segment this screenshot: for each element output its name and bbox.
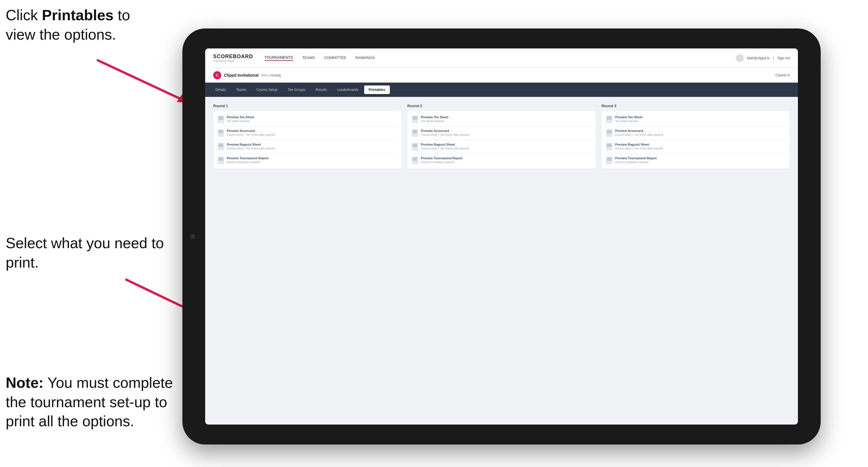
tee-sheet-text-r2: Preview Tee Sheet Tee Sheet required — [421, 115, 448, 123]
round-3-title: Round 3 — [601, 104, 790, 108]
top-nav: SCOREBOARD Powered by clippd TOURNAMENTS… — [205, 49, 798, 68]
main-content: Round 1 Preview Tee Sheet Tee Sheet requ… — [205, 97, 798, 425]
annotation-top-text1: Click — [6, 7, 42, 23]
scorecard-icon-r3 — [606, 129, 612, 137]
rounds-grid: Round 1 Preview Tee Sheet Tee Sheet requ… — [213, 104, 790, 169]
tee-sheet-label-r1: Preview Tee Sheet — [227, 115, 254, 119]
round-1-card: Preview Tee Sheet Tee Sheet required Pre… — [213, 111, 402, 169]
report-sub-r1: Round Completion required — [227, 160, 269, 163]
raguzzi-label-r1: Preview Raguzzi Sheet — [227, 143, 275, 146]
logo-area: SCOREBOARD Powered by clippd — [213, 54, 253, 62]
round-2-raguzzi[interactable]: Preview Raguzzi Sheet Course setup + Tee… — [412, 140, 591, 154]
report-label-r1: Preview Tournament Report — [227, 156, 269, 160]
nav-link-teams[interactable]: TEAMS — [302, 56, 315, 60]
svg-line-2 — [125, 279, 191, 311]
tab-teams[interactable]: Teams — [232, 86, 251, 94]
top-nav-right: blair@clippd.io | Sign out — [736, 54, 790, 62]
annotation-top: Click Printables toview the options. — [6, 6, 171, 44]
tab-printables[interactable]: Printables — [364, 86, 390, 94]
tab-results[interactable]: Results — [311, 86, 332, 94]
tee-sheet-text-r1: Preview Tee Sheet Tee Sheet required — [227, 115, 254, 123]
annotation-top-bold: Printables — [42, 7, 114, 23]
tee-sheet-label-r3: Preview Tee Sheet — [615, 115, 643, 119]
tournament-tag: (Men) — [261, 73, 269, 77]
round-1-title: Round 1 — [213, 104, 402, 108]
round-3-scorecard[interactable]: Preview Scorecard Course setup + Tee She… — [606, 126, 785, 140]
round-1-tournament-report[interactable]: Preview Tournament Report Round Completi… — [218, 154, 397, 164]
raguzzi-sub-r1: Course setup + Tee Sheet data required — [227, 147, 275, 150]
top-nav-links: TOURNAMENTS TEAMS COMMITTEE RANKINGS — [265, 55, 736, 61]
report-icon-r2 — [412, 157, 418, 164]
logo-title: SCOREBOARD — [213, 54, 253, 60]
tab-leaderboards[interactable]: Leaderboards — [333, 86, 363, 94]
round-3-section: Round 3 Preview Tee Sheet Tee Sheet requ… — [601, 104, 790, 169]
report-icon-r3 — [606, 157, 612, 164]
round-2-section: Round 2 Preview Tee Sheet Tee Sheet requ… — [407, 104, 596, 169]
round-3-tournament-report[interactable]: Preview Tournament Report Round Completi… — [606, 154, 785, 164]
cancel-button[interactable]: Cancel ✕ — [775, 73, 790, 77]
tee-sheet-sub-r1: Tee Sheet required — [227, 119, 254, 123]
report-label-r3: Preview Tournament Report — [615, 156, 657, 160]
round-1-scorecard[interactable]: Preview Scorecard Course setup + Tee She… — [218, 126, 397, 140]
tee-sheet-icon-r1 — [218, 116, 224, 123]
svg-line-0 — [97, 60, 182, 100]
tee-sheet-sub-r3: Tee Sheet required — [615, 119, 643, 123]
round-2-card: Preview Tee Sheet Tee Sheet required Pre… — [407, 111, 596, 169]
round-2-title: Round 2 — [407, 104, 596, 108]
round-2-tee-sheet[interactable]: Preview Tee Sheet Tee Sheet required — [412, 115, 591, 126]
tablet-screen: SCOREBOARD Powered by clippd TOURNAMENTS… — [205, 49, 798, 425]
scorecard-text-r2: Preview Scorecard Course setup + Tee She… — [421, 129, 469, 136]
report-icon-r1 — [218, 157, 224, 164]
tab-details[interactable]: Details — [211, 86, 230, 94]
tee-sheet-icon-r3 — [606, 116, 612, 123]
annotation-bottom: Note: You must complete the tournament s… — [6, 373, 177, 431]
scorecard-label-r1: Preview Scorecard — [227, 129, 275, 132]
sign-out-separator: | — [773, 56, 774, 60]
nav-link-tournaments[interactable]: TOURNAMENTS — [265, 55, 293, 61]
scorecard-icon-r2 — [412, 129, 418, 137]
user-avatar — [736, 54, 744, 62]
nav-link-rankings[interactable]: RANKINGS — [355, 56, 375, 60]
annotation-mid-text: Select what you need to print. — [6, 235, 164, 271]
raguzzi-icon-r1 — [218, 143, 224, 150]
tee-sheet-sub-r2: Tee Sheet required — [421, 119, 448, 123]
tournament-logo: C — [213, 71, 221, 79]
tab-tee-groups[interactable]: Tee Groups — [283, 86, 310, 94]
report-text-r2: Preview Tournament Report Round Completi… — [421, 156, 463, 163]
nav-link-committee[interactable]: COMMITTEE — [324, 56, 346, 60]
scorecard-sub-r1: Course setup + Tee Sheet data required — [227, 133, 275, 136]
round-2-tournament-report[interactable]: Preview Tournament Report Round Completi… — [412, 154, 591, 164]
logo-sub: Powered by clippd — [213, 60, 253, 62]
tab-course-setup[interactable]: Course Setup — [252, 86, 282, 94]
report-text-r1: Preview Tournament Report Round Completi… — [227, 156, 269, 163]
tee-sheet-text-r3: Preview Tee Sheet Tee Sheet required — [615, 115, 643, 123]
sign-out-link[interactable]: Sign out — [777, 56, 790, 60]
round-2-scorecard[interactable]: Preview Scorecard Course setup + Tee She… — [412, 126, 591, 140]
raguzzi-label-r2: Preview Raguzzi Sheet — [421, 143, 469, 146]
round-1-raguzzi[interactable]: Preview Raguzzi Sheet Course setup + Tee… — [218, 140, 397, 154]
raguzzi-icon-r2 — [412, 143, 418, 150]
round-3-raguzzi[interactable]: Preview Raguzzi Sheet Course setup + Tee… — [606, 140, 785, 154]
raguzzi-sub-r2: Course setup + Tee Sheet data required — [421, 147, 469, 150]
report-sub-r2: Round Completion required — [421, 160, 463, 163]
scorecard-label-r3: Preview Scorecard — [615, 129, 663, 132]
round-1-tee-sheet[interactable]: Preview Tee Sheet Tee Sheet required — [218, 115, 397, 126]
sub-nav: Details Teams Course Setup Tee Groups Re… — [205, 83, 798, 97]
scorecard-label-r2: Preview Scorecard — [421, 129, 469, 132]
tee-sheet-label-r2: Preview Tee Sheet — [421, 115, 448, 119]
arrow-top-icon — [80, 51, 199, 108]
raguzzi-text-r3: Preview Raguzzi Sheet Course setup + Tee… — [615, 143, 663, 150]
round-3-card: Preview Tee Sheet Tee Sheet required Pre… — [601, 111, 790, 169]
tournament-bar: C Clippd Invitational (Men) Hosting Canc… — [205, 68, 798, 83]
tee-sheet-icon-r2 — [412, 116, 418, 123]
annotation-mid: Select what you need to print. — [6, 234, 171, 272]
raguzzi-text-r1: Preview Raguzzi Sheet Course setup + Tee… — [227, 143, 275, 150]
raguzzi-icon-r3 — [606, 143, 612, 150]
report-label-r2: Preview Tournament Report — [421, 156, 463, 160]
scorecard-text-r3: Preview Scorecard Course setup + Tee She… — [615, 129, 663, 136]
round-3-tee-sheet[interactable]: Preview Tee Sheet Tee Sheet required — [606, 115, 785, 126]
round-1-section: Round 1 Preview Tee Sheet Tee Sheet requ… — [213, 104, 402, 169]
annotation-bottom-bold: Note: — [6, 374, 43, 391]
scorecard-sub-r3: Course setup + Tee Sheet data required — [615, 133, 663, 136]
raguzzi-label-r3: Preview Raguzzi Sheet — [615, 143, 663, 146]
